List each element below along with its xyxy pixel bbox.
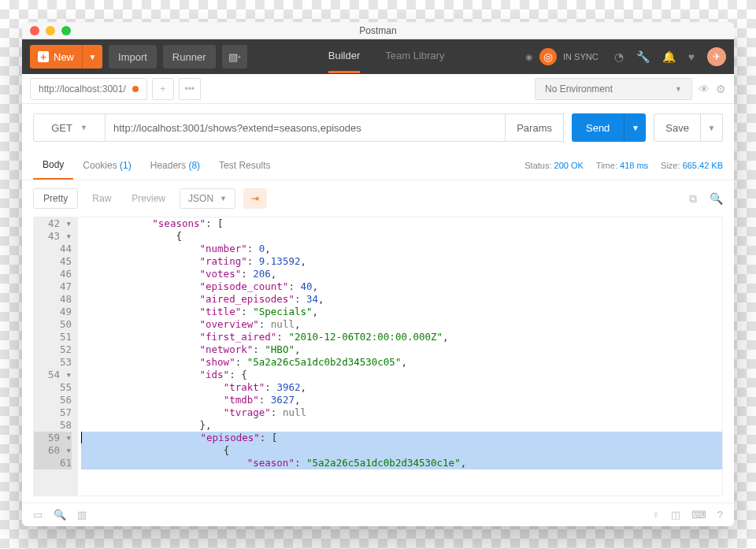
import-button[interactable]: Import [109, 45, 157, 69]
save-button[interactable]: Save [654, 113, 701, 142]
sync-icon[interactable]: ◎ [539, 48, 557, 65]
request-bar: GET ▼ Params Send ▼ Save ▼ [22, 104, 734, 151]
notifications-icon[interactable]: 🔔 [662, 50, 676, 63]
chevron-down-icon: ▼ [80, 124, 87, 132]
statusbar: ▭ 🔍 ▥ ♀ ◫ ⌨ ? [22, 503, 734, 526]
tab-cookies[interactable]: Cookies (1) [73, 152, 140, 179]
keyboard-icon[interactable]: ⌨ [691, 509, 706, 521]
tab-options-button[interactable]: ••• [179, 78, 201, 100]
request-tab-label: http://localhost:3001/ [39, 83, 126, 95]
request-tabs-row: http://localhost:3001/ + ••• No Environm… [22, 74, 734, 104]
response-tabs: Body Cookies (1) Headers (8) Test Result… [22, 151, 734, 180]
send-dropdown[interactable]: ▼ [624, 113, 646, 142]
tab-headers[interactable]: Headers (8) [141, 152, 209, 179]
line-gutter: 42 ▾43 ▾4445464748495051525354 ▾55565758… [34, 217, 78, 495]
view-raw[interactable]: Raw [86, 189, 117, 208]
headers-label: Headers [150, 160, 186, 171]
chevron-down-icon: ▼ [220, 195, 227, 202]
tab-team-library[interactable]: Team Library [385, 40, 444, 73]
find-icon[interactable]: 🔍 [54, 509, 66, 521]
params-button[interactable]: Params [506, 113, 564, 142]
view-preview[interactable]: Preview [125, 189, 172, 208]
new-button[interactable]: + New [30, 45, 82, 69]
window-title: Postman [22, 25, 734, 36]
response-body: 42 ▾43 ▾4445464748495051525354 ▾55565758… [33, 217, 723, 496]
headers-count: (8) [188, 160, 200, 171]
add-tab-button[interactable]: + [152, 78, 174, 100]
sync-label: IN SYNC [563, 52, 598, 61]
environment-label: No Environment [545, 83, 613, 95]
settings-wrench-icon[interactable]: 🔧 [636, 50, 650, 63]
view-pretty[interactable]: Pretty [33, 188, 78, 209]
cookies-label: Cookies [83, 160, 117, 171]
runner-button[interactable]: Runner [163, 45, 216, 69]
url-input[interactable] [106, 113, 506, 142]
bootcamp-icon[interactable]: ♀ [652, 509, 660, 521]
user-avatar[interactable]: ✈ [707, 47, 726, 66]
size-value: 665.42 KB [683, 161, 723, 170]
http-method-selector[interactable]: GET ▼ [33, 113, 106, 142]
new-button-label: New [54, 51, 74, 63]
format-selector[interactable]: JSON ▼ [180, 188, 235, 209]
plus-icon: + [38, 51, 49, 62]
status-value: 200 OK [554, 161, 584, 170]
environment-selector[interactable]: No Environment ▼ [535, 78, 692, 100]
satellite-icon[interactable]: ◉ [525, 52, 533, 62]
save-dropdown[interactable]: ▼ [701, 113, 723, 142]
response-viewbar: Pretty Raw Preview JSON ▼ ⇥ ⧉ 🔍 [22, 180, 734, 217]
two-pane-icon[interactable]: ◫ [671, 509, 680, 521]
http-method-label: GET [51, 122, 72, 134]
environment-settings-icon[interactable]: ⚙ [716, 83, 726, 95]
tab-builder[interactable]: Builder [328, 40, 360, 73]
window-titlebar: Postman [22, 22, 734, 39]
send-button[interactable]: Send [572, 113, 624, 142]
request-tab[interactable]: http://localhost:3001/ [30, 78, 147, 100]
environment-quicklook-icon[interactable]: 👁 [699, 83, 710, 95]
new-dropdown[interactable]: ▼ [82, 45, 102, 69]
code-content[interactable]: "seasons": [ { "number": 0, "rating": 9.… [78, 217, 722, 495]
tab-test-results[interactable]: Test Results [209, 152, 280, 179]
search-response-icon[interactable]: 🔍 [710, 192, 723, 206]
time-label: Time: [596, 161, 617, 170]
cookies-count: (1) [120, 160, 132, 171]
size-label: Size: [661, 161, 680, 170]
console-icon[interactable]: ▥ [77, 509, 87, 521]
status-label: Status: [524, 161, 551, 170]
sidebar-toggle-icon[interactable]: ▭ [33, 509, 43, 521]
time-value: 418 ms [620, 161, 648, 170]
tab-body[interactable]: Body [33, 151, 73, 180]
chevron-down-icon: ▼ [675, 85, 682, 93]
wrap-lines-icon[interactable]: ⇥ [243, 188, 267, 209]
new-window-button[interactable]: ▧+ [222, 45, 248, 69]
format-label: JSON [188, 193, 213, 204]
help-icon[interactable]: ? [717, 509, 723, 521]
heart-icon[interactable]: ♥ [688, 50, 695, 63]
copy-response-icon[interactable]: ⧉ [689, 192, 697, 206]
unsaved-indicator-icon [132, 86, 139, 92]
capture-icon[interactable]: ◔ [614, 50, 624, 63]
app-toolbar: + New ▼ Import Runner ▧+ Builder Team Li… [22, 39, 734, 74]
